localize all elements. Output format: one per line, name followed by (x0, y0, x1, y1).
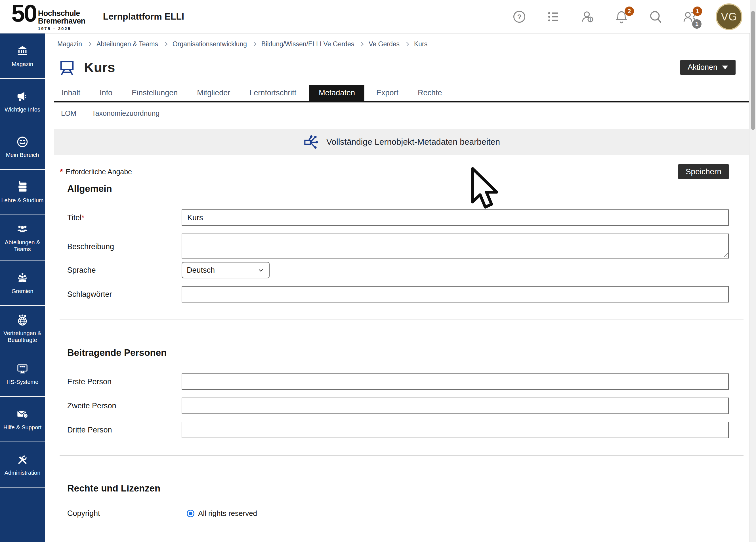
header-icon-bar: ? ! (511, 0, 742, 33)
mail-question-icon: ? (16, 408, 29, 421)
main-sidebar: Magazin Wichtige Infos Mein Bereich (0, 33, 45, 542)
svg-text:?: ? (517, 13, 521, 21)
tab-mitglieder[interactable]: Mitglieder (196, 85, 231, 101)
chevron-right-icon (359, 42, 364, 47)
books-icon (16, 181, 29, 194)
page-title-row: Kurs Aktionen (54, 58, 749, 76)
svg-text:?: ? (24, 414, 27, 418)
copyright-label: Copyright (67, 509, 182, 518)
committee-icon (16, 272, 29, 285)
sidebar-item-magazin[interactable]: Magazin (0, 33, 45, 79)
avatar[interactable]: VG (716, 3, 742, 30)
subtab-lom[interactable]: LOM (61, 109, 76, 117)
titel-label: Titel* (67, 213, 182, 222)
contacts-badge-count: 1 (692, 19, 702, 29)
page-root: 50 Hochschule Bremerhaven 1975 – 2025 Le… (0, 0, 756, 542)
actions-button[interactable]: Aktionen (680, 60, 736, 75)
tab-info[interactable]: Info (99, 85, 113, 101)
erste-person-input[interactable] (182, 373, 729, 390)
logo-line1: Hochschule (38, 10, 85, 17)
subtab-bar: LOM Taxonomiezuordnung (61, 109, 749, 117)
sidebar-item-hs-systeme[interactable]: *** HS-Systeme (0, 351, 45, 397)
sidebar-item-wichtige-infos[interactable]: Wichtige Infos (0, 79, 45, 124)
form-row-dritte-person: Dritte Person (54, 422, 729, 438)
megaphone-icon (16, 90, 29, 103)
edit-full-metadata-banner[interactable]: Vollständige Lernobjekt-Metadaten bearbe… (54, 129, 749, 155)
tab-einstellungen[interactable]: Einstellungen (131, 85, 178, 101)
university-logo: 50 Hochschule Bremerhaven 1975 – 2025 (11, 2, 85, 31)
scrollbar-thumb[interactable] (751, 11, 755, 130)
breadcrumb: Magazin Abteilungen & Teams Organisation… (54, 33, 749, 51)
breadcrumb-item[interactable]: Abteilungen & Teams (96, 40, 158, 48)
sidebar-item-vertretungen-beauftragte[interactable]: Vertretungen & Beauftragte (0, 306, 45, 351)
logo-years: 1975 – 2025 (38, 26, 85, 31)
breadcrumb-item[interactable]: Ve Gerdes (369, 40, 400, 48)
breadcrumb-item[interactable]: Magazin (57, 40, 82, 48)
sidebar-item-administration[interactable]: Administration (0, 442, 45, 488)
form-row-titel: Titel* (54, 209, 729, 226)
sidebar-item-mein-bereich[interactable]: Mein Bereich (0, 124, 45, 170)
form-row-schlagwoerter: Schlagwörter (54, 286, 729, 302)
logo-anniversary-number: 50 (11, 2, 36, 24)
section-title-rechte-lizenzen: Rechte und Lizenzen (67, 483, 749, 494)
section-title-beitragende-personen: Beitragende Personen (67, 347, 749, 358)
sidebar-item-abteilungen-teams[interactable]: Abteilungen & Teams (0, 215, 45, 261)
required-asterisk: * (81, 213, 85, 222)
chevron-right-icon (405, 42, 409, 47)
bank-icon (16, 45, 29, 58)
help-icon[interactable]: ? (511, 9, 527, 25)
sprache-select[interactable]: Deutsch (182, 262, 270, 278)
beschreibung-textarea[interactable] (182, 234, 729, 259)
sidebar-item-gremien[interactable]: Gremien (0, 261, 45, 306)
user-status-icon[interactable]: ! (579, 9, 595, 25)
contacts-badge-new: 1 (693, 7, 702, 16)
breadcrumb-item[interactable]: Bildung/Wissen/ELLI Ve Gerdes (261, 40, 354, 48)
dritte-person-input[interactable] (182, 422, 729, 438)
save-button[interactable]: Speichern (678, 164, 729, 179)
tab-lernfortschritt[interactable]: Lernfortschritt (249, 85, 297, 101)
chevron-right-icon (163, 42, 168, 47)
chevron-right-icon (87, 42, 92, 47)
tab-export[interactable]: Export (376, 85, 399, 101)
page-title: Kurs (84, 60, 115, 75)
contacts-icon[interactable]: 1 1 (682, 9, 698, 25)
banner-label: Vollständige Lernobjekt-Metadaten bearbe… (326, 137, 500, 147)
actions-button-label: Aktionen (688, 63, 717, 72)
section-divider (60, 320, 744, 320)
tab-metadaten[interactable]: Metadaten (309, 85, 364, 101)
sidebar-item-label: Wichtige Infos (5, 106, 40, 113)
titel-input[interactable] (182, 209, 729, 226)
bell-icon[interactable]: 2 (614, 9, 629, 25)
zweite-person-input[interactable] (182, 398, 729, 414)
required-asterisk: * (60, 167, 63, 176)
copyright-option-label: All rights reserved (198, 509, 257, 518)
form-row-erste-person: Erste Person (54, 373, 729, 390)
subtab-taxonomiezuordnung[interactable]: Taxonomiezuordnung (92, 109, 159, 117)
sidebar-item-hilfe-support[interactable]: ? Hilfe & Support (0, 397, 45, 442)
form-row-beschreibung: Beschreibung (54, 234, 729, 260)
app-title: Lernplattform ELLI (103, 11, 184, 22)
erste-person-label: Erste Person (67, 377, 182, 386)
svg-text:***: *** (20, 365, 25, 370)
sidebar-item-label: Magazin (12, 61, 33, 68)
form-row-sprache: Sprache Deutsch (54, 262, 729, 278)
chevron-right-icon (252, 42, 257, 47)
sidebar-item-label: Administration (5, 469, 41, 476)
schlagwoerter-input[interactable] (182, 286, 729, 302)
sidebar-item-label: Lehre & Studium (1, 197, 44, 204)
tab-rechte[interactable]: Rechte (417, 85, 443, 101)
sidebar-item-lehre-studium[interactable]: Lehre & Studium (0, 170, 45, 215)
course-board-icon (58, 58, 76, 76)
breadcrumb-item[interactable]: Organisationsentwicklung (173, 40, 247, 48)
bullet-list-icon[interactable] (545, 9, 561, 25)
dritte-person-label: Dritte Person (67, 426, 182, 434)
logo-line2: Bremerhaven (38, 17, 85, 25)
sidebar-item-label: Hilfe & Support (3, 424, 42, 431)
scrollbar-track[interactable] (750, 0, 756, 542)
breadcrumb-item[interactable]: Kurs (414, 40, 427, 48)
tab-inhalt[interactable]: Inhalt (61, 85, 81, 101)
sidebar-item-label: Abteilungen & Teams (1, 239, 44, 253)
search-icon[interactable] (648, 9, 663, 25)
tab-bar: Inhalt Info Einstellungen Mitglieder Ler… (54, 85, 749, 102)
copyright-radio-selected[interactable] (187, 510, 194, 517)
